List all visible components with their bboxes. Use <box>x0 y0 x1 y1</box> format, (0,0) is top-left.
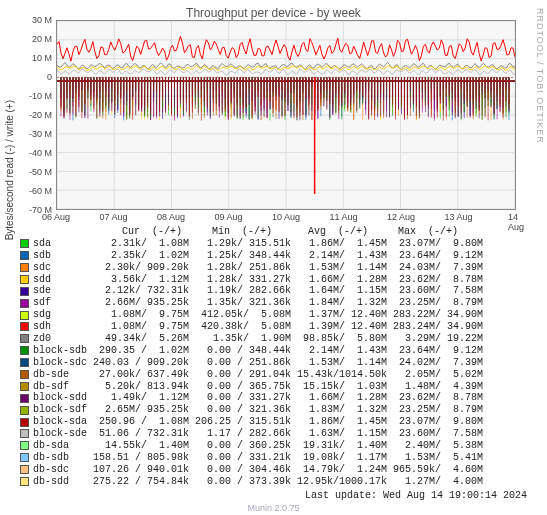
legend-text: sdg 1.08M/ 9.75M 412.05k/ 5.08M 1.37M/ 1… <box>33 309 483 321</box>
legend-swatch <box>20 429 29 438</box>
x-ticks: 06 Aug07 Aug08 Aug09 Aug10 Aug11 Aug12 A… <box>56 212 516 224</box>
legend-swatch <box>20 394 29 403</box>
legend-row: db-sda 14.55k/ 1.40M 0.00 / 360.25k 19.3… <box>20 440 530 452</box>
legend-row: block-sdd 1.49k/ 1.12M 0.00 / 331.27k 1.… <box>20 392 530 404</box>
legend-swatch <box>20 251 29 260</box>
legend-row: sdf 2.66M/ 935.25k 1.35k/ 321.36k 1.84M/… <box>20 297 530 309</box>
legend-text: db-sdc 107.26 / 940.01k 0.00 / 304.46k 1… <box>33 464 483 476</box>
legend-row: sdc 2.30k/ 909.20k 1.28k/ 251.86k 1.53M/… <box>20 262 530 274</box>
legend-row: sdh 1.08M/ 9.75M 420.38k/ 5.08M 1.39M/ 1… <box>20 321 530 333</box>
plot-area <box>56 20 516 210</box>
x-tick: 08 Aug <box>157 212 185 222</box>
legend-text: block-sda 250.96 / 1.08M 206.25 / 315.51… <box>33 416 483 428</box>
legend-row: block-sda 250.96 / 1.08M 206.25 / 315.51… <box>20 416 530 428</box>
legend-text: db-sdd 275.22 / 754.84k 0.00 / 373.39k 1… <box>33 476 483 488</box>
legend-row: sdg 1.08M/ 9.75M 412.05k/ 5.08M 1.37M/ 1… <box>20 309 530 321</box>
last-update: Last update: Wed Aug 14 19:00:14 2024 <box>305 490 527 501</box>
legend-row: block-sdb 290.35 / 1.02M 0.00 / 348.44k … <box>20 345 530 357</box>
legend-row: db-sdc 107.26 / 940.01k 0.00 / 304.46k 1… <box>20 464 530 476</box>
y-tick: -60 M <box>29 186 52 196</box>
y-tick: -20 M <box>29 110 52 120</box>
x-tick: 12 Aug <box>387 212 415 222</box>
legend-swatch <box>20 370 29 379</box>
y-tick: 0 <box>47 72 52 82</box>
legend-swatch <box>20 346 29 355</box>
chart-title: Throughput per device - by week <box>0 6 547 20</box>
legend-text: block-sdf 2.65M/ 935.25k 0.00 / 321.36k … <box>33 404 483 416</box>
legend-row: sdd 3.56k/ 1.12M 1.28k/ 331.27k 1.66M/ 1… <box>20 273 530 285</box>
legend-row: sdb 2.35k/ 1.02M 1.25k/ 348.44k 2.14M/ 1… <box>20 250 530 262</box>
legend-row: block-sde 51.06 / 732.31k 1.17 / 282.66k… <box>20 428 530 440</box>
y-tick: 20 M <box>32 34 52 44</box>
legend-swatch <box>20 275 29 284</box>
legend-row: zd0 49.34k/ 5.26M 1.35k/ 1.90M 98.85k/ 5… <box>20 333 530 345</box>
x-tick: 11 Aug <box>329 212 357 222</box>
legend-text: sde 2.12k/ 732.31k 1.19k/ 282.66k 1.64M/… <box>33 285 483 297</box>
legend-swatch <box>20 239 29 248</box>
legend-header: Cur (-/+) Min (-/+) Avg (-/+) Max (-/+) <box>20 226 530 238</box>
legend-swatch <box>20 358 29 367</box>
legend-text: db-sda 14.55k/ 1.40M 0.00 / 360.25k 19.3… <box>33 440 483 452</box>
y-ticks: -70 M-60 M-50 M-40 M-30 M-20 M-10 M010 M… <box>20 20 54 210</box>
legend-text: sdc 2.30k/ 909.20k 1.28k/ 251.86k 1.53M/… <box>33 262 483 274</box>
legend-row: sda 2.31k/ 1.08M 1.29k/ 315.51k 1.86M/ 1… <box>20 238 530 250</box>
legend-swatch <box>20 418 29 427</box>
legend-row: db-sde 27.00k/ 637.49k 0.00 / 291.04k 15… <box>20 369 530 381</box>
y-tick: 30 M <box>32 15 52 25</box>
legend-swatch <box>20 263 29 272</box>
x-tick: 10 Aug <box>272 212 300 222</box>
legend-swatch <box>20 465 29 474</box>
legend-text: block-sdd 1.49k/ 1.12M 0.00 / 331.27k 1.… <box>33 392 483 404</box>
legend-swatch <box>20 406 29 415</box>
legend-text: sdd 3.56k/ 1.12M 1.28k/ 331.27k 1.66M/ 1… <box>33 274 483 286</box>
legend-text: sdf 2.66M/ 935.25k 1.35k/ 321.36k 1.84M/… <box>33 297 483 309</box>
legend-swatch <box>20 322 29 331</box>
legend-text: zd0 49.34k/ 5.26M 1.35k/ 1.90M 98.85k/ 5… <box>33 333 483 345</box>
y-tick: -50 M <box>29 167 52 177</box>
y-tick: 10 M <box>32 53 52 63</box>
legend-swatch <box>20 477 29 486</box>
x-tick: 06 Aug <box>42 212 70 222</box>
x-tick: 13 Aug <box>444 212 472 222</box>
y-axis-label: Bytes/second read (-) / write (+) <box>4 100 15 240</box>
legend-swatch <box>20 287 29 296</box>
legend-row: block-sdc 240.03 / 909.20k 0.00 / 251.86… <box>20 357 530 369</box>
legend-text: block-sde 51.06 / 732.31k 1.17 / 282.66k… <box>33 428 483 440</box>
legend-row: block-sdf 2.65M/ 935.25k 0.00 / 321.36k … <box>20 404 530 416</box>
legend-text: db-sdf 5.20k/ 813.94k 0.00 / 365.75k 15.… <box>33 381 483 393</box>
legend-row: db-sdb 158.51 / 805.98k 0.00 / 331.21k 1… <box>20 452 530 464</box>
footer: Munin 2.0.75 <box>0 503 547 513</box>
legend-swatch <box>20 311 29 320</box>
legend-text: db-sdb 158.51 / 805.98k 0.00 / 331.21k 1… <box>33 452 483 464</box>
legend-text: sda 2.31k/ 1.08M 1.29k/ 315.51k 1.86M/ 1… <box>33 238 483 250</box>
legend-row: db-sdf 5.20k/ 813.94k 0.00 / 365.75k 15.… <box>20 380 530 392</box>
legend-row: sde 2.12k/ 732.31k 1.19k/ 282.66k 1.64M/… <box>20 285 530 297</box>
legend: Cur (-/+) Min (-/+) Avg (-/+) Max (-/+) … <box>20 226 530 488</box>
x-tick: 07 Aug <box>99 212 127 222</box>
legend-swatch <box>20 299 29 308</box>
legend-swatch <box>20 441 29 450</box>
y-tick: -40 M <box>29 148 52 158</box>
legend-text: db-sde 27.00k/ 637.49k 0.00 / 291.04k 15… <box>33 369 483 381</box>
watermark: RRDTOOL / TOBI OETIKER <box>535 8 545 144</box>
legend-swatch <box>20 453 29 462</box>
legend-row: db-sdd 275.22 / 754.84k 0.00 / 373.39k 1… <box>20 476 530 488</box>
y-tick: -30 M <box>29 129 52 139</box>
legend-text: block-sdb 290.35 / 1.02M 0.00 / 348.44k … <box>33 345 483 357</box>
legend-text: block-sdc 240.03 / 909.20k 0.00 / 251.86… <box>33 357 483 369</box>
legend-swatch <box>20 382 29 391</box>
legend-text: sdb 2.35k/ 1.02M 1.25k/ 348.44k 2.14M/ 1… <box>33 250 483 262</box>
y-tick: -10 M <box>29 91 52 101</box>
legend-text: sdh 1.08M/ 9.75M 420.38k/ 5.08M 1.39M/ 1… <box>33 321 483 333</box>
legend-swatch <box>20 334 29 343</box>
x-tick: 09 Aug <box>214 212 242 222</box>
